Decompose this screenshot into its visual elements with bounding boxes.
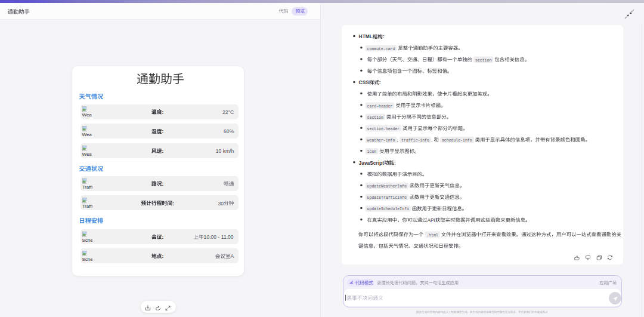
svg-text::: : xyxy=(383,33,385,39)
svg-text::: : xyxy=(162,234,164,240)
svg-text:Traffi: Traffi xyxy=(82,204,93,209)
svg-text:Traffi: Traffi xyxy=(82,184,93,190)
svg-text:10 km/h: 10 km/h xyxy=(216,148,234,154)
svg-text:API: API xyxy=(427,217,435,223)
svg-text:updateScheduleInfo: updateScheduleInfo xyxy=(367,207,409,211)
svg-text:A: A xyxy=(231,253,234,259)
svg-text::: : xyxy=(379,79,381,85)
svg-text:30: 30 xyxy=(218,201,224,207)
svg-text::: : xyxy=(162,253,164,259)
svg-text::: : xyxy=(162,109,164,115)
svg-text:commute-card: commute-card xyxy=(367,47,395,51)
svg-text:60%: 60% xyxy=(224,128,234,134)
svg-text::: : xyxy=(394,160,396,166)
svg-text:updateWeatherInfo: updateWeatherInfo xyxy=(367,184,407,189)
svg-text:traffic-info: traffic-info xyxy=(401,139,429,143)
svg-text:section: section xyxy=(475,59,491,63)
svg-text:.html: .html xyxy=(426,233,438,238)
svg-text:updateTrafficInfo: updateTrafficInfo xyxy=(367,196,407,200)
svg-text:schedule-info: schedule-info xyxy=(442,139,472,143)
svg-text:,: , xyxy=(397,137,398,143)
svg-text:Wea: Wea xyxy=(82,132,92,137)
svg-text::: : xyxy=(162,181,164,187)
svg-text::: : xyxy=(162,148,164,154)
svg-text:,: , xyxy=(431,137,432,143)
svg-text:card-header: card-header xyxy=(367,104,393,109)
svg-text:Wea: Wea xyxy=(82,112,92,118)
svg-text:Sched: Sched xyxy=(82,257,96,262)
svg-text:Sched: Sched xyxy=(82,238,96,243)
svg-text:Wea: Wea xyxy=(82,152,92,157)
svg-text:section: section xyxy=(367,116,383,120)
svg-text:10:00 - 11:00: 10:00 - 11:00 xyxy=(204,234,234,240)
svg-text:JavaScript: JavaScript xyxy=(359,160,385,166)
svg-text:icon: icon xyxy=(367,150,377,154)
svg-text:CSS: CSS xyxy=(359,79,370,85)
svg-text:weather-info: weather-info xyxy=(367,139,395,143)
svg-text::: : xyxy=(172,201,174,207)
svg-text:section-header: section-header xyxy=(367,127,400,131)
svg-text:HTML: HTML xyxy=(359,33,373,39)
svg-text:22°C: 22°C xyxy=(222,109,234,115)
svg-text::: : xyxy=(162,128,164,134)
